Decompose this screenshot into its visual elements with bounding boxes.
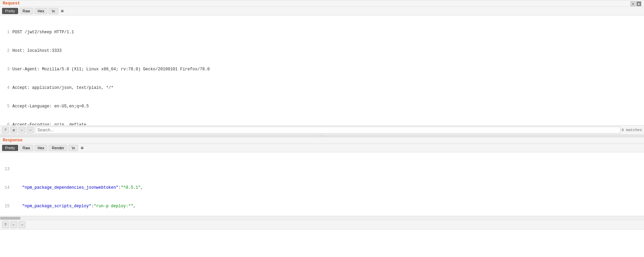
resp-line-14: 14 "npm_package_dependencies_jsonwebtoke…	[0, 185, 644, 191]
response-tab-hex[interactable]: Hex	[35, 145, 48, 151]
grid-view-icon[interactable]: ⊞	[631, 1, 635, 6]
request-tab-pretty[interactable]: Pretty	[2, 8, 18, 14]
request-tab-raw[interactable]: Raw	[20, 8, 33, 14]
request-tab-ln[interactable]: \n	[49, 8, 58, 14]
line-4: 4 Accept: application/json, text/plain, …	[0, 85, 644, 91]
line-1: 1 POST /jwt2/sheep HTTP/1.1	[0, 29, 644, 35]
search-forward-icon[interactable]: →	[27, 127, 34, 133]
search-settings-icon[interactable]: ⚙	[10, 127, 17, 133]
request-tab-hex[interactable]: Hex	[35, 8, 48, 14]
request-toolbar: Pretty Raw Hex \n ≡	[0, 7, 644, 15]
top-right-icons: ⊞ ▣	[631, 1, 641, 6]
request-content: 1 POST /jwt2/sheep HTTP/1.1 2 Host: loca…	[0, 15, 644, 125]
bottom-question-icon[interactable]: ?	[2, 221, 9, 228]
response-toolbar: Pretty Raw Hex Render \n ≡	[0, 144, 644, 152]
request-section: Request Pretty Raw Hex \n ≡ 1 POST /jwt2…	[0, 0, 644, 135]
resp-line-13: 13	[0, 166, 644, 172]
search-bar: ? ⚙ ← → 0 matches	[0, 125, 644, 135]
search-input[interactable]	[35, 127, 620, 133]
search-match-count: 0 matches	[622, 128, 642, 132]
request-menu-btn[interactable]: ≡	[60, 8, 65, 14]
response-label: Response	[3, 138, 23, 143]
response-tab-render[interactable]: Render	[49, 145, 67, 151]
line-5: 5 Accept-Language: en-US,en;q=0.5	[0, 103, 644, 109]
response-section: Response Pretty Raw Hex Render \n ≡ 13 1…	[0, 137, 644, 220]
line-3: 3 User-Agent: Mozilla/5.0 (X11; Linux x8…	[0, 66, 644, 72]
line-6: 6 Accept-Encoding: gzip, deflate	[0, 122, 644, 125]
bottom-back-icon[interactable]: ←	[10, 221, 17, 228]
resp-line-15: 15 "npm_package_scripts_deploy":"run-p d…	[0, 203, 644, 209]
request-label: Request	[3, 1, 20, 6]
search-question-icon[interactable]: ?	[2, 127, 9, 133]
response-content: 13 14 "npm_package_dependencies_jsonwebt…	[0, 152, 644, 216]
bottom-toolbar: ? ← →	[0, 220, 644, 230]
search-back-icon[interactable]: ←	[18, 127, 25, 133]
response-tab-raw[interactable]: Raw	[20, 145, 33, 151]
response-scrollbar[interactable]	[0, 216, 644, 220]
line-2: 2 Host: localhost:3333	[0, 48, 644, 54]
response-section-header: Response	[0, 137, 644, 144]
scrollbar-thumb[interactable]	[0, 217, 21, 220]
panel-view-icon[interactable]: ▣	[636, 1, 641, 6]
response-tab-pretty[interactable]: Pretty	[2, 145, 18, 151]
bottom-forward-icon[interactable]: →	[18, 221, 25, 228]
response-tab-ln[interactable]: \n	[69, 145, 78, 151]
response-menu-btn[interactable]: ≡	[79, 145, 85, 151]
request-section-header: Request	[0, 0, 644, 7]
